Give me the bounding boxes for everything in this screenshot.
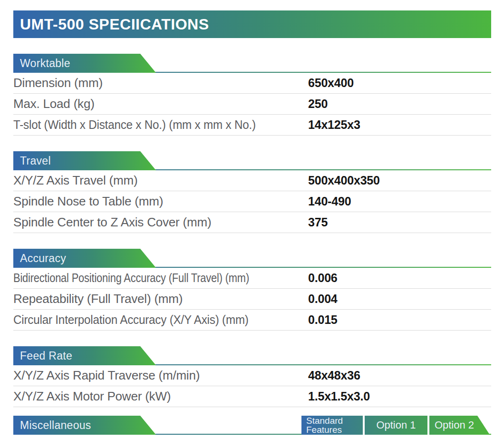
section-banner: Accuracy (13, 249, 156, 268)
section-worktable: Worktable Dimension (mm) 650x400 Max. Lo… (13, 54, 491, 136)
spec-label: Bidirectional Positioning Accuracy (Full… (13, 271, 249, 285)
section-accuracy: Accuracy Bidirectional Positioning Accur… (13, 249, 491, 331)
column-header-line: Standard (306, 416, 343, 425)
section-heading: Feed Rate (20, 350, 72, 362)
spec-label: T-slot (Width x Distance x No.) (mm x mm… (13, 117, 256, 132)
spec-value: 0.004 (308, 292, 338, 306)
section-banner: Travel (13, 151, 156, 170)
spec-label: Dimension (mm) (13, 76, 103, 90)
spec-row: X/Y/Z Axis Travel (mm) 500x400x350 (13, 170, 491, 191)
spec-row: Max. Load (kg) 250 (13, 94, 491, 115)
spec-sheet: UMT-500 SPECIICATIONS Worktable Dimensio… (13, 0, 491, 435)
section-header-row: Travel (13, 151, 491, 170)
spec-label: X/Y/Z Axis Motor Power (kW) (13, 389, 171, 404)
spec-row: Spindle Center to Z Axis Cover (mm) 375 (13, 212, 491, 233)
spec-row: Repeatability (Full Travel) (mm) 0.004 (13, 289, 491, 310)
column-header-line: Option 2 (435, 419, 474, 431)
spec-value: 48x48x36 (308, 369, 360, 382)
spec-label: Circular Interpolation Accuracy (X/Y Axi… (13, 312, 249, 327)
spec-row: Bidirectional Positioning Accuracy (Full… (13, 268, 491, 289)
spec-value: 250 (308, 97, 328, 111)
section-travel: Travel X/Y/Z Axis Travel (mm) 500x400x35… (13, 151, 491, 233)
spec-value: 500x400x350 (308, 174, 380, 187)
section-banner: Worktable (13, 54, 156, 73)
section-miscellaneous: Miscellaneous Standard Features Option 1… (13, 416, 491, 435)
spec-value: 0.006 (308, 271, 338, 285)
section-header-row: Feed Rate (13, 346, 491, 365)
spec-row: Dimension (mm) 650x400 (13, 73, 491, 94)
section-header-row: Worktable (13, 54, 491, 73)
section-banner: Feed Rate (13, 346, 156, 365)
spec-row: Spindle Nose to Table (mm) 140-490 (13, 191, 491, 212)
spec-row: X/Y/Z Axis Motor Power (kW) 1.5x1.5x3.0 (13, 386, 491, 407)
spec-label: Spindle Nose to Table (mm) (13, 194, 163, 209)
spec-row: X/Y/Z Axis Rapid Traverse (m/min) 48x48x… (13, 365, 491, 386)
spec-label: Repeatability (Full Travel) (mm) (13, 292, 183, 306)
column-header-option-2: Option 2 (429, 416, 490, 435)
spec-label: X/Y/Z Axis Rapid Traverse (m/min) (13, 368, 200, 383)
section-header-row: Accuracy (13, 249, 491, 268)
spec-value: 1.5x1.5x3.0 (308, 390, 370, 403)
spec-label: Spindle Center to Z Axis Cover (mm) (13, 215, 211, 230)
spec-value: 0.015 (308, 313, 338, 327)
spec-row: T-slot (Width x Distance x No.) (mm x mm… (13, 115, 491, 136)
spec-value: 375 (308, 215, 328, 229)
spec-value: 140-490 (308, 195, 351, 208)
spec-row: Circular Interpolation Accuracy (X/Y Axi… (13, 310, 491, 331)
section-heading: Travel (20, 155, 51, 167)
column-header-line: Option 1 (376, 419, 416, 431)
column-header-standard-features: Standard Features (301, 416, 363, 435)
section-heading: Accuracy (20, 252, 66, 265)
title-bar: UMT-500 SPECIICATIONS (13, 10, 491, 38)
spec-label: X/Y/Z Axis Travel (mm) (13, 173, 137, 188)
section-header-row: Miscellaneous Standard Features Option 1… (13, 416, 491, 435)
section-feed-rate: Feed Rate X/Y/Z Axis Rapid Traverse (m/m… (13, 346, 491, 407)
option-header-block: Standard Features Option 1 Option 2 (301, 416, 490, 435)
column-header-option-1: Option 1 (365, 416, 427, 435)
spec-value: 14x125x3 (308, 118, 360, 132)
spec-value: 650x400 (308, 76, 354, 90)
spec-label: Max. Load (kg) (13, 97, 95, 111)
section-heading: Worktable (20, 57, 70, 70)
column-header-line: Features (306, 425, 342, 434)
section-heading: Miscellaneous (20, 419, 91, 432)
section-banner: Miscellaneous (13, 416, 156, 435)
page-title: UMT-500 SPECIICATIONS (20, 16, 209, 33)
